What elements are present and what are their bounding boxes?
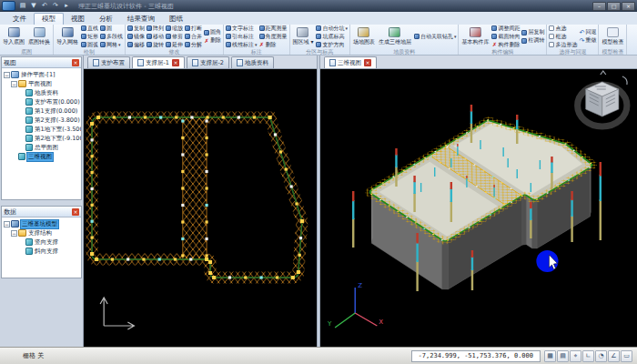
ribbon-button[interactable]: 多边形选	[549, 41, 577, 48]
tree-item[interactable]: −三维基坑模型	[4, 219, 81, 228]
ribbon-button[interactable]: 阵列	[147, 25, 164, 32]
ribbon-button[interactable]: 合并	[185, 33, 202, 40]
ribbon-button[interactable]: 线性标注▾	[226, 41, 258, 48]
tab-close-icon[interactable]: ×	[172, 59, 179, 66]
ribbon-button[interactable]: 修剪	[166, 33, 183, 40]
ribbon-button[interactable]: 偏移	[127, 41, 145, 48]
tree-item[interactable]: 竖向支撑	[4, 238, 81, 247]
ribbon-button[interactable]: 文字标注	[226, 25, 258, 32]
ribbon-button[interactable]: ✗删除	[259, 41, 288, 48]
tree-expander[interactable]: −	[11, 81, 17, 87]
ribbon-button[interactable]: 调整间距	[491, 25, 520, 32]
minimize-button[interactable]: –	[592, 2, 606, 11]
close-button[interactable]: ×	[622, 2, 635, 11]
undo-icon[interactable]: ↶	[40, 2, 49, 11]
ribbon-button[interactable]: ↷重做	[579, 37, 596, 45]
ribbon-button[interactable]: 坑底标高	[316, 33, 348, 40]
ribbon-button[interactable]: 分解	[185, 41, 202, 48]
snap-toggle[interactable]: ⌖	[570, 350, 581, 362]
ribbon-button[interactable]: 截面转向	[491, 33, 520, 40]
tree-item[interactable]: 总平面图	[4, 143, 81, 152]
tree-item[interactable]: 第1支撑(0.000)	[4, 106, 81, 116]
ribbon-button[interactable]: 距离测量	[259, 25, 288, 32]
plan-view-canvas[interactable]	[84, 69, 317, 347]
ribbon-tab[interactable]: 视图	[64, 14, 92, 25]
angle-toggle[interactable]: ∠	[608, 350, 620, 362]
ribbon-big-button[interactable]: 生成三维地层	[377, 25, 413, 48]
ribbon-big-button[interactable]: 围区域 ▾	[291, 25, 316, 48]
tree-item[interactable]: 地质资料	[4, 88, 81, 97]
save-icon[interactable]: ▼	[29, 2, 38, 11]
ribbon-button[interactable]: 柱调转	[521, 37, 544, 45]
open-icon[interactable]: ▤	[18, 2, 27, 11]
view-panel-close-icon[interactable]: ×	[72, 59, 79, 66]
redo-icon[interactable]: ↷	[51, 2, 60, 11]
ribbon-button[interactable]: 镜像	[127, 33, 145, 40]
data-panel-close-icon[interactable]: ×	[72, 208, 79, 216]
app-logo-icon[interactable]	[2, 1, 15, 11]
tree-item[interactable]: 三维视图	[4, 152, 81, 161]
ribbon-button[interactable]: 复制	[127, 25, 145, 32]
document-tab[interactable]: 地质资料	[231, 56, 274, 68]
tree-item[interactable]: 支护布置(0.000)	[4, 97, 81, 106]
ribbon-tab[interactable]: 分析	[92, 14, 120, 25]
ribbon-big-button[interactable]: 场地图表	[351, 25, 377, 48]
ribbon-button[interactable]: 矩形	[81, 33, 98, 40]
tree-expander[interactable]: −	[4, 221, 10, 228]
ribbon-button[interactable]: 圆角	[204, 29, 221, 36]
document-tab[interactable]: 支护布置	[87, 56, 130, 68]
three-d-view-canvas[interactable]: ZYX	[320, 69, 637, 347]
ribbon-button[interactable]: 点选	[549, 25, 577, 32]
ribbon-button[interactable]: 引出标注	[226, 33, 258, 40]
tree-item[interactable]: 第2支撑(-3.800)	[4, 116, 81, 125]
grid-status-label[interactable]: 栅格 关	[23, 351, 44, 360]
ribbon-big-button[interactable]: 导入网格	[55, 25, 80, 48]
ribbon-button[interactable]: 圆	[100, 25, 123, 32]
tree-expander[interactable]: −	[4, 72, 10, 78]
ribbon-button[interactable]: 支护方向	[316, 41, 348, 48]
document-tab[interactable]: 三维视图×	[324, 56, 377, 68]
ribbon-button[interactable]: ✗删除	[204, 37, 221, 45]
ribbon-tab[interactable]: 结果查询	[120, 14, 162, 25]
polar-toggle[interactable]: ◔	[595, 350, 607, 362]
ribbon-button[interactable]: 自动关联钻孔▾	[414, 33, 457, 40]
ribbon-button[interactable]: 延伸	[166, 41, 183, 48]
ribbon-tab[interactable]: 图纸	[162, 14, 190, 25]
more-icon[interactable]: ▸	[62, 2, 71, 11]
tree-item[interactable]: −平面视图	[4, 79, 81, 88]
ribbon-button[interactable]: ↶回退	[579, 29, 596, 36]
ribbon-button[interactable]: ✗构件删除	[491, 41, 520, 48]
ribbon-tab[interactable]: 模型	[34, 13, 64, 25]
ribbon-button[interactable]: 缩放	[166, 25, 183, 32]
ribbon-button[interactable]: 框选	[549, 33, 577, 40]
ribbon-button[interactable]: 角度测量	[259, 33, 288, 40]
ribbon-big-button[interactable]: 基本构件库	[460, 25, 490, 48]
ribbon-button[interactable]: 移动	[147, 33, 164, 40]
tree-item[interactable]: −支撑结构	[4, 228, 81, 238]
ribbon-button[interactable]: 直线	[81, 25, 98, 32]
ortho-toggle[interactable]: ∟	[582, 350, 594, 362]
maximize-button[interactable]: □	[607, 2, 621, 11]
document-tab[interactable]: 支撑层-1×	[132, 56, 185, 68]
ribbon-tab[interactable]: 文件	[5, 14, 34, 25]
ribbon-button[interactable]: 多段线	[100, 33, 123, 40]
ribbon-button[interactable]: 网格▾	[100, 41, 123, 48]
grid-toggle[interactable]: ▦	[544, 350, 556, 362]
ribbon-button[interactable]: 打断	[185, 25, 202, 32]
ribbon-button[interactable]: 旋转	[147, 41, 164, 48]
ribbon-button[interactable]: 层复制	[521, 29, 544, 36]
grid-style-toggle[interactable]: ▤	[557, 350, 569, 362]
rect-select-toggle[interactable]: ▭	[621, 350, 632, 362]
document-tab[interactable]: 支撑层-2	[187, 56, 229, 68]
ribbon-big-button[interactable]: 模型检查	[600, 25, 625, 48]
ribbon-button[interactable]: 自动分坑▾	[316, 25, 348, 32]
tree-item[interactable]: 斜向支撑	[4, 247, 81, 256]
tree-expander[interactable]: −	[11, 230, 17, 237]
ribbon-big-button[interactable]: 导入底图	[1, 25, 26, 48]
ribbon-button[interactable]: 圆弧	[81, 41, 98, 48]
ribbon-big-button[interactable]: 底图转换	[26, 25, 52, 48]
tree-item[interactable]: 第2地下室(-9.100)	[4, 134, 81, 143]
tree-item[interactable]: 第1地下室(-3.500)	[4, 125, 81, 134]
tab-close-icon[interactable]: ×	[364, 59, 371, 66]
tree-item[interactable]: −操作平面-[1]	[4, 70, 81, 79]
